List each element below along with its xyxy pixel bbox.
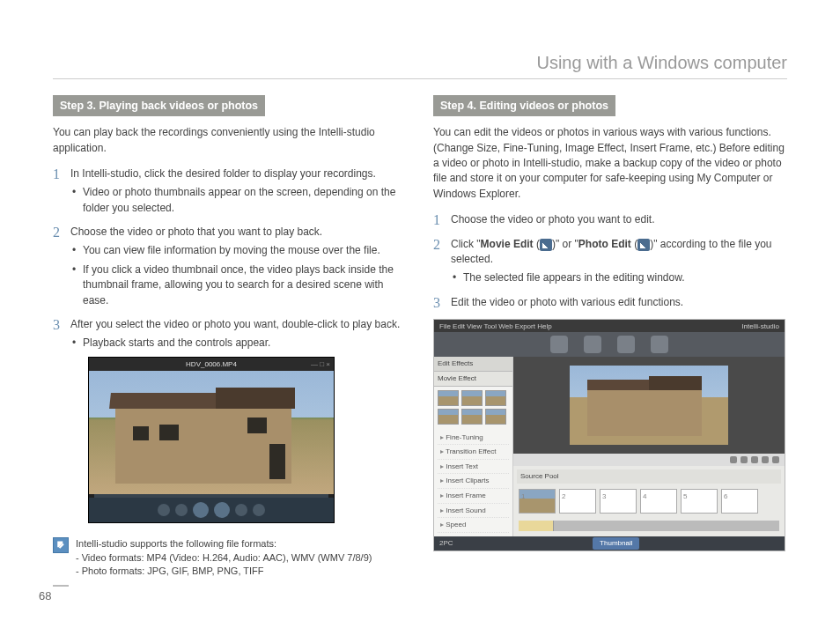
- step-text: Choose the video or photo you want to ed…: [451, 213, 655, 225]
- tool-icon: [584, 336, 601, 353]
- bullet: You can view file information by moving …: [70, 243, 407, 258]
- window-controls-icon: — □ ×: [311, 359, 330, 370]
- tool-icon: [617, 336, 635, 353]
- list-item: Insert Sound: [438, 504, 509, 519]
- timeline-frame: 5: [681, 489, 718, 514]
- editor-toolbar: [434, 332, 785, 357]
- control-icon: [730, 456, 737, 463]
- photo-edit-icon: [637, 239, 650, 251]
- left-column: Step 3. Playing back videos or photos Yo…: [53, 95, 407, 579]
- bullet: The selected file appears in the editing…: [451, 270, 787, 285]
- step-text: In Intelli-studio, click the desired fol…: [70, 167, 376, 180]
- movie-edit-icon: [540, 239, 552, 251]
- step-number: 2: [433, 237, 444, 286]
- page-number: 68: [39, 589, 51, 602]
- note-icon: [53, 537, 69, 553]
- step3-badge: Step 3. Playing back videos or photos: [53, 95, 265, 116]
- player-controls: [89, 498, 334, 522]
- list-item: Transition Effect: [438, 445, 509, 460]
- bullet: Video or photo thumbnails appear on the …: [70, 185, 407, 216]
- editor-statusbar: 2PC Thumbnail: [434, 536, 785, 551]
- list-item: Insert Text: [438, 460, 509, 475]
- list-item: Insert Frame: [438, 489, 509, 504]
- timeline-track: [519, 521, 779, 531]
- effect-thumb: [438, 390, 459, 406]
- right-column: Step 4. Editing videos or photos You can…: [433, 95, 787, 579]
- editor-figure: File Edit View Tool Web Export Help Inte…: [433, 319, 785, 551]
- step4-intro: You can edit the videos or photos in var…: [433, 125, 787, 202]
- bullet: Playback starts and the controls appear.: [70, 336, 407, 351]
- prev-icon: [158, 504, 170, 516]
- list-item: Fine-Tuning: [438, 431, 509, 446]
- timeline-frame: 3: [600, 489, 637, 514]
- play-icon: [193, 502, 209, 518]
- player-video-frame: [89, 371, 334, 494]
- editor-preview: [513, 357, 785, 454]
- step-number: 2: [53, 225, 63, 308]
- step-text: After you select the video or photo you …: [70, 318, 400, 330]
- rewind-icon: [175, 504, 188, 516]
- step-text: Choose the video or photo that you want …: [70, 225, 322, 238]
- step-number: 3: [433, 295, 444, 311]
- step-text: Edit the video or photo with various edi…: [451, 296, 683, 308]
- step-text: Click "Movie Edit ()" or "Photo Edit ()"…: [451, 238, 772, 265]
- step-number: 1: [433, 212, 444, 228]
- player-filename: HDV_0006.MP4: [186, 359, 237, 370]
- player-titlebar: HDV_0006.MP4 — □ ×: [89, 358, 334, 372]
- pause-icon: [214, 502, 230, 518]
- next-icon: [253, 504, 265, 516]
- status-left: 2PC: [439, 538, 453, 549]
- step3-intro: You can play back the recordings conveni…: [53, 125, 407, 156]
- note-line: Intelli-studio supports the following fi…: [76, 537, 372, 551]
- page-title: Using with a Windows computer: [53, 53, 787, 79]
- step-number: 3: [53, 317, 63, 528]
- footer-rule: [53, 585, 69, 587]
- timeline-frame: 1: [519, 489, 556, 514]
- thumbnail-button: Thumbnail: [593, 537, 639, 550]
- step4-badge: Step 4. Editing videos or photos: [433, 95, 615, 116]
- tool-icon: [550, 336, 568, 353]
- editor-menubar: File Edit View Tool Web Export Help Inte…: [434, 320, 785, 332]
- note-line: - Video formats: MP4 (Video: H.264, Audi…: [76, 551, 372, 565]
- timeline-frame: 2: [559, 489, 596, 514]
- source-pool-header: Source Pool: [517, 469, 781, 484]
- editor-brand: Intelli-studio: [741, 322, 779, 332]
- timeline-frame: 4: [640, 489, 677, 514]
- sidebar-subheader: Movie Effect: [434, 372, 512, 387]
- forward-icon: [235, 504, 247, 516]
- tool-icon: [651, 336, 668, 353]
- bullet: If you click a video thumbnail once, the…: [70, 262, 407, 308]
- timeline-frame: 6: [721, 489, 758, 514]
- list-item: Speed: [438, 518, 509, 533]
- editor-playback-controls: [513, 454, 785, 466]
- video-player-figure: HDV_0006.MP4 — □ ×: [88, 357, 335, 524]
- sidebar-header: Edit Effects: [434, 357, 512, 372]
- step-number: 1: [53, 166, 63, 216]
- note-line: - Photo formats: JPG, GIF, BMP, PNG, TIF…: [76, 565, 372, 578]
- editor-sidebar: Edit Effects Movie Effect Fine-Tuning Tr…: [434, 357, 513, 536]
- note-box: Intelli-studio supports the following fi…: [53, 537, 407, 578]
- list-item: Insert Cliparts: [438, 474, 509, 489]
